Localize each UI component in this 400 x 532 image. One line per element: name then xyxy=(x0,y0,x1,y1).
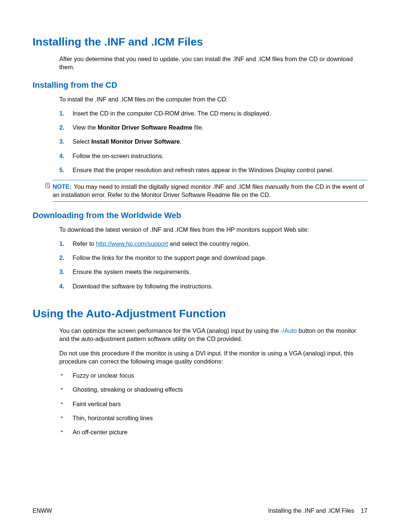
step-number: 4. xyxy=(59,282,64,290)
note-label: NOTE: xyxy=(53,183,74,190)
heading-installing-inf-icm: Installing the .INF and .ICM Files xyxy=(33,36,367,48)
list-item: 1. Insert the CD in the computer CD-ROM … xyxy=(59,109,367,117)
p1-pre: You can optimize the screen performance … xyxy=(59,327,280,334)
step-number: 1. xyxy=(59,109,64,117)
auto-adj-paragraph-2: Do not use this procedure if the monitor… xyxy=(33,349,367,366)
step-number: 2. xyxy=(59,254,64,262)
step-number: 5. xyxy=(59,166,64,174)
heading-auto-adjustment: Using the Auto-Adjustment Function xyxy=(33,307,367,320)
note-block: NOTE:You may need to install the digital… xyxy=(53,180,367,202)
bullet-text: Fuzzy or unclear focus xyxy=(73,372,134,379)
intro-paragraph: After you determine that you need to upd… xyxy=(33,55,367,71)
step-text-pre: Refer to xyxy=(73,240,96,247)
step-text: Follow the on-screen instructions. xyxy=(73,153,164,159)
list-item: 1. Refer to http://www.hp.com/support an… xyxy=(59,240,367,248)
bullet-text: An off-center picture xyxy=(73,429,127,435)
list-item: Fuzzy or unclear focus xyxy=(59,371,367,379)
step-number: 1. xyxy=(59,240,64,248)
step-text: Ensure that the proper resolution and re… xyxy=(73,167,333,173)
list-item: 4. Download the software by following th… xyxy=(59,282,367,290)
list-item: 3. Ensure the system meets the requireme… xyxy=(59,268,367,276)
note-icon xyxy=(44,182,51,189)
step-text: Follow the links for the monitor to the … xyxy=(73,254,267,261)
list-item: 4. Follow the on-screen instructions. xyxy=(59,152,367,160)
step-text-bold: Monitor Driver Software Readme xyxy=(98,124,193,131)
step-number: 3. xyxy=(59,137,64,145)
web-intro-paragraph: To download the latest version of .INF a… xyxy=(33,225,367,234)
step-text: Insert the CD in the computer CD-ROM dri… xyxy=(73,110,271,117)
heading-installing-from-cd: Installing from the CD xyxy=(33,80,367,90)
list-item: Thin, horizontal scrolling lines xyxy=(59,414,367,422)
conditions-list: Fuzzy or unclear focus Ghosting, streaki… xyxy=(33,371,367,436)
document-page: Installing the .INF and .ICM Files After… xyxy=(0,0,400,436)
bullet-text: Thin, horizontal scrolling lines xyxy=(73,415,153,421)
footer-left: ENWW xyxy=(33,508,52,514)
web-steps-list: 1. Refer to http://www.hp.com/support an… xyxy=(33,240,367,290)
support-link[interactable]: http://www.hp.com/support xyxy=(96,240,168,247)
list-item: 5. Ensure that the proper resolution and… xyxy=(59,166,367,174)
step-number: 2. xyxy=(59,123,64,131)
step-number: 4. xyxy=(59,152,64,160)
step-text-post: file. xyxy=(192,124,203,131)
step-number: 3. xyxy=(59,268,64,276)
list-item: Faint vertical bars xyxy=(59,400,367,408)
note-text: You may need to install the digitally si… xyxy=(53,183,364,198)
footer-section-title: Installing the .INF and .ICM Files xyxy=(268,508,354,514)
step-text-pre: View the xyxy=(73,124,98,131)
list-item: 2. Follow the links for the monitor to t… xyxy=(59,254,367,262)
page-number: 17 xyxy=(361,508,367,514)
step-text-pre: Select xyxy=(73,138,91,145)
page-footer: ENWW Installing the .INF and .ICM Files … xyxy=(33,508,367,514)
step-text: Download the software by following the i… xyxy=(73,283,213,290)
step-text-post: and select the country region. xyxy=(168,240,250,247)
step-text: Ensure the system meets the requirements… xyxy=(73,268,191,275)
list-item: An off-center picture xyxy=(59,428,367,436)
step-text-post: . xyxy=(180,138,182,145)
cd-intro-paragraph: To install the .INF and .ICM files on th… xyxy=(33,95,367,103)
heading-downloading-web: Downloading from the Worldwide Web xyxy=(33,211,367,220)
list-item: 3. Select Install Monitor Driver Softwar… xyxy=(59,137,367,145)
bullet-text: Faint vertical bars xyxy=(73,401,121,407)
cd-steps-list: 1. Insert the CD in the computer CD-ROM … xyxy=(33,109,367,174)
bullet-text: Ghosting, streaking or shadowing effects xyxy=(73,386,183,393)
footer-right: Installing the .INF and .ICM Files 17 xyxy=(268,508,367,514)
list-item: 2. View the Monitor Driver Software Read… xyxy=(59,123,367,131)
list-item: Ghosting, streaking or shadowing effects xyxy=(59,385,367,394)
auto-button-label: -/Auto xyxy=(280,327,297,334)
svg-rect-0 xyxy=(46,183,50,188)
step-text-bold: Install Monitor Driver Software xyxy=(91,138,180,145)
auto-adj-paragraph-1: You can optimize the screen performance … xyxy=(33,327,367,343)
